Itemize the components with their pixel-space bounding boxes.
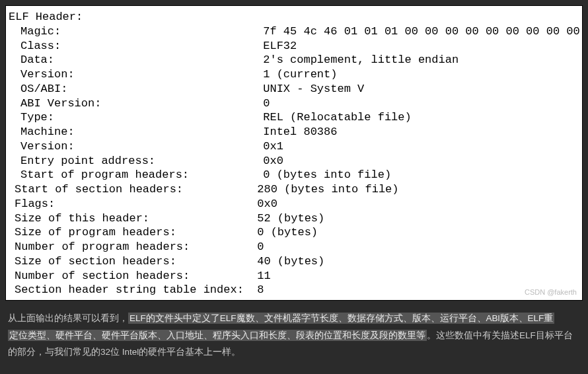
elf-header-row: Size of program headers: 0 (bytes) [15,225,579,240]
elf-header-rows: Magic: 7f 45 4c 46 01 01 01 00 00 00 00 … [9,24,579,297]
elf-header-row: Flags: 0x0 [15,197,579,211]
elf-header-row: Type: REL (Relocatable file) [20,110,579,125]
elf-header-row: Section header string table index: 8 [15,283,579,297]
elf-header-row: Start of program headers: 0 (bytes into … [20,168,579,182]
explain-pre: 从上面输出的结果可以看到， [8,313,128,323]
watermark: CSDN @fakerth [525,287,577,297]
elf-header-row: Class: ELF32 [20,39,579,54]
explanation-paragraph: 从上面输出的结果可以看到，ELF的文件头中定义了ELF魔数、文件机器字节长度、数… [5,310,583,361]
elf-header-row: Entry point address: 0x0 [20,154,579,168]
elf-header-row: Data: 2's complement, little endian [20,53,579,67]
explain-highlight-2: 定位类型、硬件平台、硬件平台版本、入口地址、程序头入口和长度、段表的位置和长度及… [8,330,427,341]
elf-header-row: Size of section headers: 40 (bytes) [15,254,579,269]
elf-header-row: Number of section headers: 11 [15,269,579,283]
elf-header-title: ELF Header: [9,10,579,24]
explain-highlight-1: ELF的文件头中定义了ELF魔数、文件机器字节长度、数据存储方式、版本、运行平台… [128,313,554,324]
elf-header-row: Version: 0x1 [20,139,579,154]
elf-header-row: ABI Version: 0 [20,96,579,111]
elf-header-row: OS/ABI: UNIX - System V [20,82,579,96]
elf-header-row: Magic: 7f 45 4c 46 01 01 01 00 00 00 00 … [20,24,579,39]
elf-header-output: ELF Header: Magic: 7f 45 4c 46 01 01 01 … [5,5,583,301]
elf-header-row: Size of this header: 52 (bytes) [15,211,579,226]
elf-header-row: Version: 1 (current) [20,67,579,82]
elf-header-row: Machine: Intel 80386 [20,125,579,139]
elf-header-row: Number of program headers: 0 [15,240,579,254]
elf-header-row: Start of section headers: 280 (bytes int… [15,182,579,197]
